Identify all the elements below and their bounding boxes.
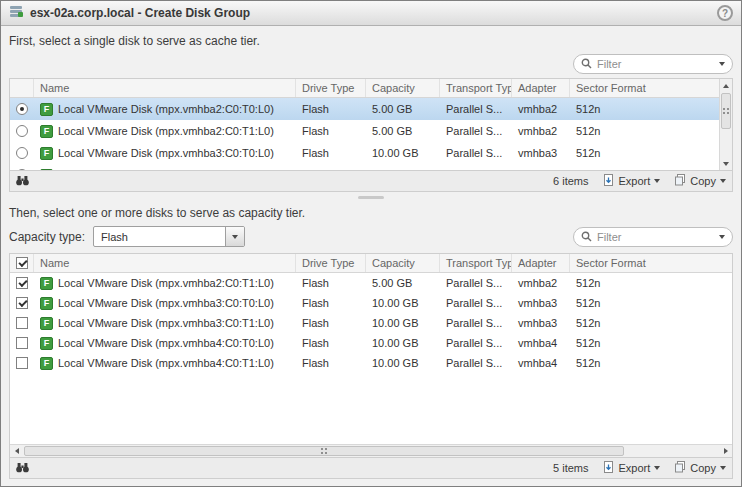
table-row[interactable]: FLocal VMware Disk (mpx.vmhba2:C0:T1:L0)… xyxy=(10,120,732,142)
table-row[interactable]: FLocal VMware Disk (mpx.vmhba4:C0:T1:L0)… xyxy=(10,353,732,373)
scroll-down-button[interactable] xyxy=(720,157,732,170)
sector-format-cell: 512n xyxy=(570,337,732,349)
export-button[interactable]: Export xyxy=(603,174,661,188)
column-header-sector-format[interactable]: Sector Format xyxy=(570,254,732,272)
column-header-adapter[interactable]: Adapter xyxy=(512,254,570,272)
column-header-transport-type[interactable]: Transport Type xyxy=(440,79,512,97)
sector-format-cell: 512n xyxy=(570,169,732,170)
column-header-name[interactable]: Name xyxy=(34,254,296,272)
horizontal-scrollbar-thumb[interactable] xyxy=(24,446,624,456)
column-header-name[interactable]: Name xyxy=(34,79,296,97)
column-header-drive-type[interactable]: Drive Type xyxy=(296,254,366,272)
column-header-capacity[interactable]: Capacity xyxy=(366,254,440,272)
disk-group-icon xyxy=(9,4,24,22)
drive-type-cell: Flash xyxy=(296,169,366,170)
scroll-up-button[interactable] xyxy=(720,79,732,92)
capacity-table-body: FLocal VMware Disk (mpx.vmhba2:C0:T1:L0)… xyxy=(10,273,732,445)
select-dropdown-button[interactable] xyxy=(225,227,244,246)
capacity-row-checkbox[interactable] xyxy=(16,357,28,369)
column-header-adapter[interactable]: Adapter xyxy=(512,79,570,97)
table-row[interactable]: FLocal VMware Disk (mpx.vmhba2:C0:T1:L0)… xyxy=(10,273,732,293)
filter-dropdown-icon[interactable] xyxy=(719,62,725,66)
drive-type-cell: Flash xyxy=(296,147,366,159)
chevron-down-icon xyxy=(720,179,726,183)
capacity-row-checkbox[interactable] xyxy=(16,297,28,309)
flash-disk-icon: F xyxy=(40,125,53,138)
flash-disk-icon: F xyxy=(40,169,53,171)
table-row[interactable]: FLocal VMware Disk (mpx.vmhba4:C0:T0:L0)… xyxy=(10,333,732,353)
pane-splitter[interactable] xyxy=(9,192,733,202)
table-row[interactable]: FLocal VMware Disk (mpx.vmhba3:C0:T0:L0)… xyxy=(10,142,732,164)
disk-name: Local VMware Disk (mpx.vmhba2:C0:T1:L0) xyxy=(58,125,274,137)
dialog-titlebar: esx-02a.corp.local - Create Disk Group ? xyxy=(1,1,741,26)
cache-table-vertical-scrollbar[interactable] xyxy=(719,79,732,170)
export-icon xyxy=(603,461,615,475)
create-disk-group-dialog: esx-02a.corp.local - Create Disk Group ?… xyxy=(0,0,742,487)
adapter-cell: vmhba3 xyxy=(512,317,570,329)
flash-disk-icon: F xyxy=(40,297,53,310)
filter-dropdown-icon[interactable] xyxy=(719,235,725,239)
copy-icon xyxy=(674,461,686,475)
table-row[interactable]: FLocal VMware Disk (mpx.vmhba2:C0:T0:L0)… xyxy=(10,98,732,120)
dialog-title: esx-02a.corp.local - Create Disk Group xyxy=(30,6,250,20)
capacity-filter-box[interactable] xyxy=(573,227,733,247)
transport-type-cell: Parallel S... xyxy=(440,147,512,159)
sector-format-cell: 512n xyxy=(570,277,732,289)
column-header-transport-type[interactable]: Transport Type xyxy=(440,254,512,272)
cache-filter-input[interactable] xyxy=(597,58,714,70)
export-label: Export xyxy=(619,462,651,474)
radio-column-header xyxy=(10,79,34,97)
adapter-cell: vmhba4 xyxy=(512,337,570,349)
capacity-cell: 10.00 GB xyxy=(366,357,440,369)
capacity-row-checkbox[interactable] xyxy=(16,337,28,349)
capacity-cell: 10.00 GB xyxy=(366,317,440,329)
drive-type-cell: Flash xyxy=(296,317,366,329)
sector-format-cell: 512n xyxy=(570,147,732,159)
copy-button[interactable]: Copy xyxy=(674,174,726,188)
table-row[interactable]: FLocal VMware Disk (mpx.vmhba3:C0:T0:L0)… xyxy=(10,293,732,313)
capacity-row-checkbox[interactable] xyxy=(16,277,28,289)
scroll-left-button[interactable] xyxy=(10,445,23,457)
sector-format-cell: 512n xyxy=(570,297,732,309)
transport-type-cell: Parallel S... xyxy=(440,297,512,309)
capacity-disk-table: Name Drive Type Capacity Transport Type … xyxy=(9,253,733,458)
column-header-drive-type[interactable]: Drive Type xyxy=(296,79,366,97)
export-icon xyxy=(603,174,615,188)
cache-table-footer: 6 items Export Copy xyxy=(9,171,733,192)
disk-name: Local VMware Disk (mpx.vmhba3:C0:T0:L0) xyxy=(58,297,274,309)
find-icon[interactable] xyxy=(16,175,29,188)
transport-type-cell: Parallel S... xyxy=(440,357,512,369)
cache-table-body: FLocal VMware Disk (mpx.vmhba2:C0:T0:L0)… xyxy=(10,98,732,170)
export-button[interactable]: Export xyxy=(603,461,661,475)
adapter-cell: vmhba3 xyxy=(512,147,570,159)
vertical-scrollbar-thumb[interactable] xyxy=(721,93,731,129)
find-icon[interactable] xyxy=(16,462,29,475)
cache-filter-box[interactable] xyxy=(573,54,733,74)
transport-type-cell: Parallel S... xyxy=(440,277,512,289)
column-header-capacity[interactable]: Capacity xyxy=(366,79,440,97)
table-row[interactable]: FLocal VMware Disk (mpx.vmhba3:C0:T1:L0)… xyxy=(10,164,732,170)
help-icon[interactable]: ? xyxy=(717,5,733,21)
column-header-sector-format[interactable]: Sector Format xyxy=(570,79,732,97)
adapter-cell: vmhba3 xyxy=(512,169,570,170)
cache-row-radio[interactable] xyxy=(16,125,28,137)
adapter-cell: vmhba2 xyxy=(512,125,570,137)
copy-label: Copy xyxy=(690,175,716,187)
cache-row-radio[interactable] xyxy=(16,169,28,170)
cache-row-radio[interactable] xyxy=(16,103,28,115)
drive-type-cell: Flash xyxy=(296,297,366,309)
transport-type-cell: Parallel S... xyxy=(440,317,512,329)
select-all-checkbox[interactable] xyxy=(16,257,28,269)
scroll-right-button[interactable] xyxy=(719,445,732,457)
cache-row-radio[interactable] xyxy=(16,147,28,159)
copy-button[interactable]: Copy xyxy=(674,461,726,475)
capacity-table-footer: 5 items Export Copy xyxy=(9,458,733,479)
capacity-type-select[interactable]: Flash xyxy=(93,226,245,247)
export-label: Export xyxy=(619,175,651,187)
items-count: 5 items xyxy=(553,462,588,474)
chevron-down-icon xyxy=(232,235,238,239)
capacity-row-checkbox[interactable] xyxy=(16,317,28,329)
capacity-filter-input[interactable] xyxy=(597,231,714,243)
table-row[interactable]: FLocal VMware Disk (mpx.vmhba3:C0:T1:L0)… xyxy=(10,313,732,333)
capacity-table-horizontal-scrollbar[interactable] xyxy=(10,444,732,457)
